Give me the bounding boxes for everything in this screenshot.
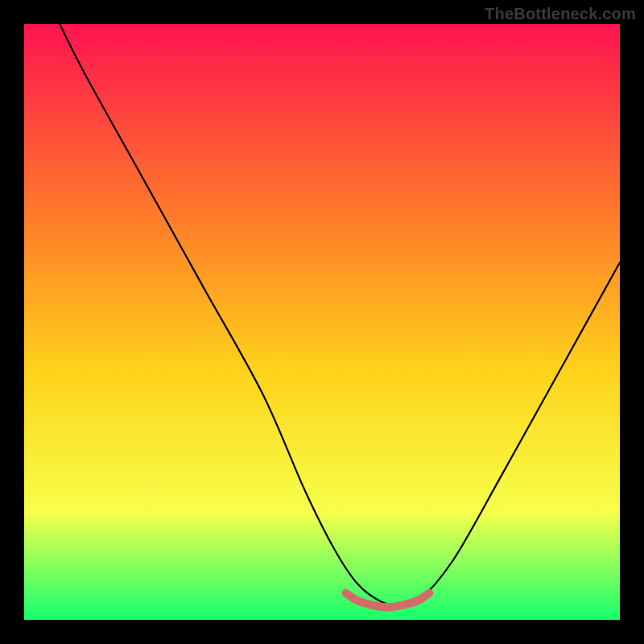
- watermark-text: TheBottleneck.com: [485, 5, 636, 23]
- bottleneck-chart: [0, 0, 644, 644]
- plot-area: [24, 24, 620, 620]
- chart-container: TheBottleneck.com: [0, 0, 644, 644]
